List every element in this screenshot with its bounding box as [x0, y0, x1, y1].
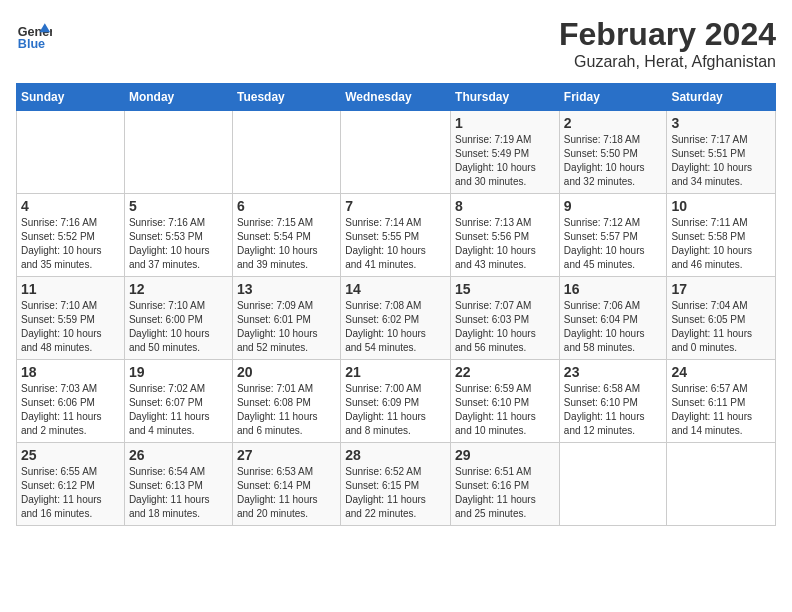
day-number: 25 [21, 447, 120, 463]
calendar-cell: 19Sunrise: 7:02 AM Sunset: 6:07 PM Dayli… [124, 360, 232, 443]
day-number: 28 [345, 447, 446, 463]
day-number: 21 [345, 364, 446, 380]
calendar-cell: 4Sunrise: 7:16 AM Sunset: 5:52 PM Daylig… [17, 194, 125, 277]
calendar-table: SundayMondayTuesdayWednesdayThursdayFrid… [16, 83, 776, 526]
svg-text:Blue: Blue [18, 37, 45, 51]
day-info: Sunrise: 7:03 AM Sunset: 6:06 PM Dayligh… [21, 382, 120, 438]
day-info: Sunrise: 6:52 AM Sunset: 6:15 PM Dayligh… [345, 465, 446, 521]
day-info: Sunrise: 7:14 AM Sunset: 5:55 PM Dayligh… [345, 216, 446, 272]
calendar-cell: 25Sunrise: 6:55 AM Sunset: 6:12 PM Dayli… [17, 443, 125, 526]
calendar-cell: 6Sunrise: 7:15 AM Sunset: 5:54 PM Daylig… [232, 194, 340, 277]
day-number: 18 [21, 364, 120, 380]
day-info: Sunrise: 7:06 AM Sunset: 6:04 PM Dayligh… [564, 299, 663, 355]
calendar-cell: 1Sunrise: 7:19 AM Sunset: 5:49 PM Daylig… [451, 111, 560, 194]
calendar-cell [124, 111, 232, 194]
day-header: Sunday [17, 84, 125, 111]
day-number: 19 [129, 364, 228, 380]
page-header: General Blue February 2024 Guzarah, Hera… [16, 16, 776, 71]
day-info: Sunrise: 6:59 AM Sunset: 6:10 PM Dayligh… [455, 382, 555, 438]
day-info: Sunrise: 6:54 AM Sunset: 6:13 PM Dayligh… [129, 465, 228, 521]
calendar-cell: 17Sunrise: 7:04 AM Sunset: 6:05 PM Dayli… [667, 277, 776, 360]
day-number: 1 [455, 115, 555, 131]
calendar-cell: 18Sunrise: 7:03 AM Sunset: 6:06 PM Dayli… [17, 360, 125, 443]
calendar-cell: 27Sunrise: 6:53 AM Sunset: 6:14 PM Dayli… [232, 443, 340, 526]
calendar-cell: 12Sunrise: 7:10 AM Sunset: 6:00 PM Dayli… [124, 277, 232, 360]
calendar-title: February 2024 [559, 16, 776, 53]
calendar-cell: 3Sunrise: 7:17 AM Sunset: 5:51 PM Daylig… [667, 111, 776, 194]
calendar-cell: 16Sunrise: 7:06 AM Sunset: 6:04 PM Dayli… [559, 277, 667, 360]
day-header: Tuesday [232, 84, 340, 111]
day-number: 17 [671, 281, 771, 297]
day-number: 3 [671, 115, 771, 131]
calendar-cell: 13Sunrise: 7:09 AM Sunset: 6:01 PM Dayli… [232, 277, 340, 360]
calendar-cell [559, 443, 667, 526]
day-number: 26 [129, 447, 228, 463]
day-info: Sunrise: 7:18 AM Sunset: 5:50 PM Dayligh… [564, 133, 663, 189]
day-info: Sunrise: 6:55 AM Sunset: 6:12 PM Dayligh… [21, 465, 120, 521]
calendar-week-row: 4Sunrise: 7:16 AM Sunset: 5:52 PM Daylig… [17, 194, 776, 277]
calendar-week-row: 18Sunrise: 7:03 AM Sunset: 6:06 PM Dayli… [17, 360, 776, 443]
day-number: 22 [455, 364, 555, 380]
calendar-week-row: 11Sunrise: 7:10 AM Sunset: 5:59 PM Dayli… [17, 277, 776, 360]
day-number: 13 [237, 281, 336, 297]
day-info: Sunrise: 7:01 AM Sunset: 6:08 PM Dayligh… [237, 382, 336, 438]
day-number: 9 [564, 198, 663, 214]
calendar-week-row: 25Sunrise: 6:55 AM Sunset: 6:12 PM Dayli… [17, 443, 776, 526]
calendar-cell [341, 111, 451, 194]
day-header: Thursday [451, 84, 560, 111]
calendar-cell: 10Sunrise: 7:11 AM Sunset: 5:58 PM Dayli… [667, 194, 776, 277]
header-row: SundayMondayTuesdayWednesdayThursdayFrid… [17, 84, 776, 111]
day-number: 29 [455, 447, 555, 463]
calendar-cell: 15Sunrise: 7:07 AM Sunset: 6:03 PM Dayli… [451, 277, 560, 360]
day-number: 24 [671, 364, 771, 380]
calendar-cell: 21Sunrise: 7:00 AM Sunset: 6:09 PM Dayli… [341, 360, 451, 443]
day-number: 8 [455, 198, 555, 214]
calendar-cell: 9Sunrise: 7:12 AM Sunset: 5:57 PM Daylig… [559, 194, 667, 277]
day-number: 20 [237, 364, 336, 380]
calendar-cell: 24Sunrise: 6:57 AM Sunset: 6:11 PM Dayli… [667, 360, 776, 443]
day-info: Sunrise: 7:12 AM Sunset: 5:57 PM Dayligh… [564, 216, 663, 272]
logo: General Blue [16, 16, 56, 52]
day-number: 6 [237, 198, 336, 214]
day-number: 27 [237, 447, 336, 463]
day-info: Sunrise: 7:11 AM Sunset: 5:58 PM Dayligh… [671, 216, 771, 272]
day-info: Sunrise: 7:09 AM Sunset: 6:01 PM Dayligh… [237, 299, 336, 355]
day-number: 23 [564, 364, 663, 380]
day-info: Sunrise: 6:53 AM Sunset: 6:14 PM Dayligh… [237, 465, 336, 521]
calendar-subtitle: Guzarah, Herat, Afghanistan [559, 53, 776, 71]
day-number: 15 [455, 281, 555, 297]
day-info: Sunrise: 7:16 AM Sunset: 5:53 PM Dayligh… [129, 216, 228, 272]
day-number: 14 [345, 281, 446, 297]
calendar-cell: 29Sunrise: 6:51 AM Sunset: 6:16 PM Dayli… [451, 443, 560, 526]
calendar-cell: 20Sunrise: 7:01 AM Sunset: 6:08 PM Dayli… [232, 360, 340, 443]
calendar-cell: 14Sunrise: 7:08 AM Sunset: 6:02 PM Dayli… [341, 277, 451, 360]
title-block: February 2024 Guzarah, Herat, Afghanista… [559, 16, 776, 71]
day-header: Saturday [667, 84, 776, 111]
day-info: Sunrise: 6:57 AM Sunset: 6:11 PM Dayligh… [671, 382, 771, 438]
calendar-cell: 5Sunrise: 7:16 AM Sunset: 5:53 PM Daylig… [124, 194, 232, 277]
calendar-cell: 2Sunrise: 7:18 AM Sunset: 5:50 PM Daylig… [559, 111, 667, 194]
day-number: 16 [564, 281, 663, 297]
day-number: 5 [129, 198, 228, 214]
calendar-week-row: 1Sunrise: 7:19 AM Sunset: 5:49 PM Daylig… [17, 111, 776, 194]
calendar-cell [667, 443, 776, 526]
day-info: Sunrise: 6:58 AM Sunset: 6:10 PM Dayligh… [564, 382, 663, 438]
day-number: 12 [129, 281, 228, 297]
day-number: 4 [21, 198, 120, 214]
day-info: Sunrise: 7:15 AM Sunset: 5:54 PM Dayligh… [237, 216, 336, 272]
calendar-cell: 23Sunrise: 6:58 AM Sunset: 6:10 PM Dayli… [559, 360, 667, 443]
day-number: 10 [671, 198, 771, 214]
day-info: Sunrise: 7:00 AM Sunset: 6:09 PM Dayligh… [345, 382, 446, 438]
day-info: Sunrise: 7:04 AM Sunset: 6:05 PM Dayligh… [671, 299, 771, 355]
day-info: Sunrise: 7:19 AM Sunset: 5:49 PM Dayligh… [455, 133, 555, 189]
day-number: 2 [564, 115, 663, 131]
calendar-cell: 8Sunrise: 7:13 AM Sunset: 5:56 PM Daylig… [451, 194, 560, 277]
calendar-cell: 26Sunrise: 6:54 AM Sunset: 6:13 PM Dayli… [124, 443, 232, 526]
day-header: Monday [124, 84, 232, 111]
day-header: Wednesday [341, 84, 451, 111]
day-number: 11 [21, 281, 120, 297]
day-info: Sunrise: 7:07 AM Sunset: 6:03 PM Dayligh… [455, 299, 555, 355]
logo-icon: General Blue [16, 16, 52, 52]
calendar-cell [17, 111, 125, 194]
day-info: Sunrise: 7:08 AM Sunset: 6:02 PM Dayligh… [345, 299, 446, 355]
